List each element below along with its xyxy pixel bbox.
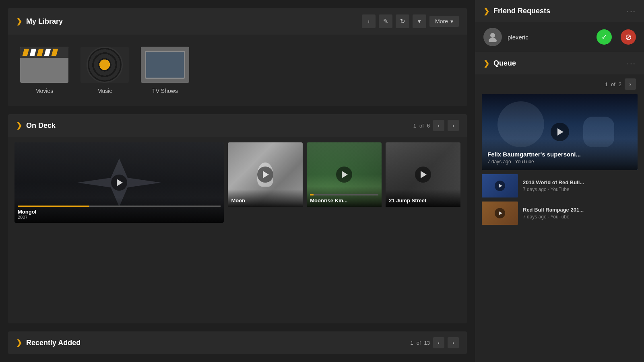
recently-added-next-button[interactable]: › [448,337,459,348]
library-item-music[interactable]: Music [80,47,129,94]
queue-featured-info: Felix Baumgartner's supersoni... 7 days … [482,139,638,170]
library-items: Movies Music TV Shows [8,35,467,106]
queue-page-total: 2 [619,81,621,87]
moonrise-info: Moonrise Kin... [307,186,382,207]
queue-item-rampage[interactable]: Red Bull Rampage 201... 7 days ago · You… [482,202,638,225]
main-layout: ❯ My Library + ✎ ↻ ▾ More ▾ [0,0,644,362]
21jump-title: 21 Jump Street [389,197,457,204]
vinyl-icon [87,47,123,83]
moon-title: Moon [231,197,299,204]
on-deck-title: On Deck [26,121,413,130]
more-button[interactable]: More ▾ [429,16,459,27]
rampage-play-overlay [495,208,505,218]
moonrise-progress-wrap [310,194,378,195]
queue-item-thumb-rampage [482,202,518,225]
moon-info: Moon [228,189,303,207]
queue-item-title-rampage: Red Bull Rampage 201... [523,207,638,213]
dropdown-button[interactable]: ▾ [413,14,426,28]
svg-point-0 [490,33,495,38]
queue-header: ❯ Queue ··· [475,52,644,74]
queue-items-list: 2013 World of Red Bull... 7 days ago · Y… [475,170,644,229]
tv-thumb [141,47,189,83]
queue-featured-item[interactable]: Felix Baumgartner's supersoni... 7 days … [482,94,638,170]
queue-section: ❯ Queue ··· 1 of 2 › [475,52,644,362]
library-item-tv-shows[interactable]: TV Shows [141,47,189,94]
friend-requests-section: ❯ Friend Requests ··· plexeric ✓ ⊘ [475,0,644,52]
mongol-progress-wrap [18,206,221,207]
21jump-info: 21 Jump Street [386,189,460,207]
rampage-play-icon [499,211,502,215]
recently-added-title: Recently Added [26,339,410,347]
mongol-info: Mongol 2007 [14,197,224,223]
recently-added-page-total: 13 [424,340,430,346]
on-deck-header: ❯ On Deck 1 of 6 ‹ › [8,114,467,137]
on-deck-next-button[interactable]: › [448,120,459,131]
tv-shows-label: TV Shows [152,88,178,94]
svg-point-1 [489,38,497,42]
on-deck-prev-button[interactable]: ‹ [433,120,444,131]
friend-requests-menu[interactable]: ··· [627,6,636,16]
moonrise-play-overlay [336,167,352,183]
recently-added-page-current: 1 [410,340,413,346]
media-card-moon[interactable]: Moon [228,142,303,223]
queue-featured-play-icon [557,128,564,136]
my-library-chevron: ❯ [16,17,22,26]
moon-play-overlay [257,167,273,183]
queue-item-thumb-redbull [482,174,518,197]
recently-added-page-of: of [417,340,421,346]
on-deck-page-total: 6 [427,123,430,129]
redbull-play-overlay [495,181,505,191]
recently-added-header: ❯ Recently Added 1 of 13 ‹ › [8,331,467,354]
library-item-movies[interactable]: Movies [20,47,68,94]
queue-pagination: 1 of 2 › [475,74,644,94]
moon-play-icon [263,171,269,178]
on-deck-page-of: of [419,123,424,129]
recently-added-section: ❯ Recently Added 1 of 13 ‹ › [8,331,467,354]
media-card-21jump[interactable]: 21 Jump Street [386,142,460,223]
recently-added-pagination: 1 of 13 ‹ › [410,337,459,348]
mongol-year: 2007 [18,215,221,220]
left-panel: ❯ My Library + ✎ ↻ ▾ More ▾ [0,0,475,362]
on-deck-page-current: 1 [413,123,416,129]
queue-item-redbull[interactable]: 2013 World of Red Bull... 7 days ago · Y… [482,174,638,197]
friend-requests-header: ❯ Friend Requests ··· [475,0,644,22]
accept-friend-button[interactable]: ✓ [597,29,612,45]
21jump-play-overlay [415,167,431,183]
redbull-play-icon [499,184,502,188]
right-panel: ❯ Friend Requests ··· plexeric ✓ ⊘ [475,0,644,362]
on-deck-pagination: 1 of 6 ‹ › [413,120,459,131]
decline-friend-button[interactable]: ⊘ [621,29,636,45]
refresh-button[interactable]: ↻ [396,14,409,28]
add-button[interactable]: + [362,14,376,28]
queue-item-meta-redbull: 7 days ago · YouTube [523,187,638,192]
queue-item-info-redbull: 2013 World of Red Bull... 7 days ago · Y… [523,179,638,192]
mongol-progress-fill [18,206,89,207]
queue-page-current: 1 [605,81,608,87]
friend-requests-title: Friend Requests [493,7,627,15]
recently-added-prev-button[interactable]: ‹ [433,337,444,348]
queue-title: Queue [493,59,627,68]
music-thumb [80,47,129,83]
queue-item-title-redbull: 2013 World of Red Bull... [523,179,638,185]
mongol-play-overlay [111,175,127,191]
my-library-toolbar: + ✎ ↻ ▾ More ▾ [362,14,459,28]
mongol-play-icon [117,179,123,186]
queue-chevron: ❯ [483,59,489,68]
on-deck-section: ❯ On Deck 1 of 6 ‹ › [8,114,467,323]
queue-menu[interactable]: ··· [627,59,636,68]
media-card-mongol[interactable]: Mongol 2007 [14,142,224,223]
moonrise-play-icon [342,171,348,178]
friend-item-plexeric: plexeric ✓ ⊘ [475,22,644,52]
my-library-title: My Library [26,17,362,26]
media-card-moonrise[interactable]: Moonrise Kin... [307,142,382,223]
edit-button[interactable]: ✎ [379,14,392,28]
movies-label: Movies [35,88,53,94]
moonrise-title: Moonrise Kin... [310,197,378,204]
recently-added-chevron: ❯ [16,338,22,347]
queue-item-meta-rampage: 7 days ago · YouTube [523,214,638,220]
friend-avatar-plexeric [483,28,502,46]
queue-next-button[interactable]: › [625,78,636,90]
on-deck-chevron: ❯ [16,121,22,130]
user-icon [487,32,498,42]
music-label: Music [97,88,112,94]
